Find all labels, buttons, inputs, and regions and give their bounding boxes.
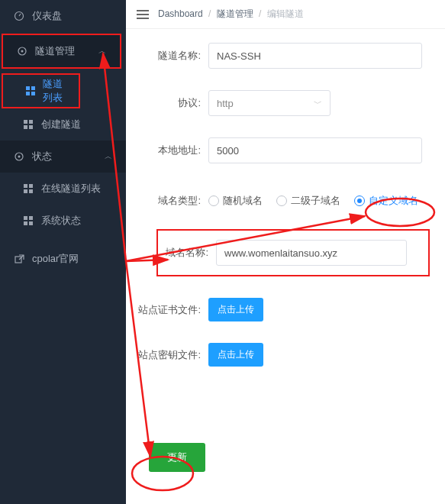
- main-content: Dashboard / 隧道管理 / 编辑隧道 隧道名称: 协议: http ﹀…: [126, 0, 445, 504]
- svg-rect-11: [29, 125, 33, 129]
- save-button[interactable]: 更新: [149, 443, 205, 472]
- breadcrumb-sep: /: [208, 8, 211, 19]
- grid-icon: [26, 86, 35, 96]
- sidebar-item-system-status[interactable]: 系统状态: [0, 205, 126, 237]
- radio-custom-domain[interactable]: 自定义域名: [354, 194, 418, 208]
- svg-rect-6: [26, 92, 30, 95]
- svg-rect-22: [15, 257, 21, 263]
- svg-rect-21: [29, 221, 33, 225]
- protocol-value: http: [217, 98, 234, 109]
- sidebar-item-label: 隧道列表: [43, 77, 65, 105]
- local-addr-input[interactable]: [208, 137, 422, 163]
- upload-cert-button[interactable]: 点击上传: [208, 298, 263, 321]
- radio-sub-domain[interactable]: 二级子域名: [276, 194, 340, 208]
- svg-rect-18: [24, 216, 27, 220]
- breadcrumb: Dashboard / 隧道管理 / 编辑隧道: [158, 8, 304, 21]
- gauge-icon: [14, 11, 24, 21]
- svg-rect-10: [24, 125, 27, 129]
- sidebar-item-tunnel-list[interactable]: 隧道列表: [3, 75, 79, 107]
- sidebar: 仪表盘 隧道管理 ︿ 隧道列表 创建隧道 状态 ︿ 在线隧道: [0, 0, 126, 504]
- sidebar-item-dashboard[interactable]: 仪表盘: [0, 0, 126, 32]
- sidebar-item-label: 隧道管理: [35, 44, 75, 58]
- svg-rect-17: [29, 189, 33, 193]
- svg-rect-7: [31, 92, 35, 95]
- hamburger-icon[interactable]: [137, 10, 149, 19]
- svg-rect-14: [24, 184, 27, 188]
- topbar: Dashboard / 隧道管理 / 编辑隧道: [126, 0, 445, 29]
- radio-label: 自定义域名: [369, 194, 418, 208]
- grid-icon: [23, 215, 34, 226]
- radio-label: 二级子域名: [291, 194, 340, 208]
- sidebar-item-label: 仪表盘: [32, 9, 62, 23]
- label-cert-file: 站点证书文件:: [134, 303, 208, 317]
- sidebar-item-online-tunnels[interactable]: 在线隧道列表: [0, 173, 126, 205]
- upload-key-button[interactable]: 点击上传: [208, 343, 263, 367]
- crosshair-icon: [14, 151, 24, 162]
- tunnel-form: 隧道名称: 协议: http ﹀ 本地地址: 域名类型: 随: [126, 29, 445, 501]
- radio-random-domain[interactable]: 随机域名: [208, 194, 263, 208]
- svg-rect-4: [26, 86, 30, 90]
- sidebar-item-label: cpolar官网: [32, 252, 79, 266]
- sidebar-item-tunnel-mgmt[interactable]: 隧道管理 ︿: [3, 35, 120, 67]
- svg-point-13: [18, 156, 21, 158]
- svg-line-1: [19, 14, 21, 16]
- radio-label: 随机域名: [223, 194, 263, 208]
- label-protocol: 协议:: [134, 96, 208, 110]
- svg-rect-15: [29, 184, 33, 188]
- tunnel-name-input[interactable]: [208, 43, 422, 69]
- chevron-up-icon: ︿: [105, 151, 112, 162]
- sidebar-item-create-tunnel[interactable]: 创建隧道: [0, 108, 126, 141]
- svg-point-3: [21, 50, 24, 53]
- sidebar-item-cpolar-site[interactable]: cpolar官网: [0, 243, 126, 275]
- external-link-icon: [14, 254, 24, 264]
- sidebar-item-status[interactable]: 状态 ︿: [0, 141, 126, 173]
- protocol-select[interactable]: http ﹀: [208, 90, 331, 116]
- svg-rect-20: [24, 221, 27, 225]
- label-key-file: 站点密钥文件:: [134, 348, 208, 362]
- grid-icon: [23, 119, 34, 130]
- radio-icon: [208, 195, 219, 206]
- chevron-up-icon: ︿: [98, 46, 106, 57]
- label-domain-name: 域名名称:: [163, 246, 216, 260]
- svg-rect-16: [24, 189, 27, 193]
- sidebar-item-label: 状态: [32, 150, 52, 163]
- radio-icon: [354, 195, 365, 206]
- chevron-down-icon: ﹀: [314, 98, 322, 109]
- label-tunnel-name: 隧道名称:: [134, 49, 208, 63]
- svg-rect-8: [24, 120, 27, 124]
- breadcrumb-root[interactable]: Dashboard: [158, 8, 203, 19]
- breadcrumb-sep: /: [259, 8, 261, 19]
- radio-icon: [276, 195, 287, 206]
- sidebar-item-label: 系统状态: [41, 214, 81, 228]
- svg-rect-5: [31, 86, 35, 90]
- sidebar-item-label: 在线隧道列表: [41, 182, 101, 195]
- svg-rect-9: [29, 120, 33, 124]
- label-domain-type: 域名类型:: [134, 194, 208, 208]
- breadcrumb-mid[interactable]: 隧道管理: [217, 8, 253, 19]
- breadcrumb-current: 编辑隧道: [267, 8, 304, 19]
- grid-icon: [23, 183, 34, 194]
- crosshair-icon: [17, 46, 27, 57]
- domain-name-input[interactable]: [216, 240, 407, 266]
- sidebar-item-label: 创建隧道: [41, 118, 81, 131]
- label-local-addr: 本地地址:: [134, 144, 208, 157]
- svg-rect-19: [29, 216, 33, 220]
